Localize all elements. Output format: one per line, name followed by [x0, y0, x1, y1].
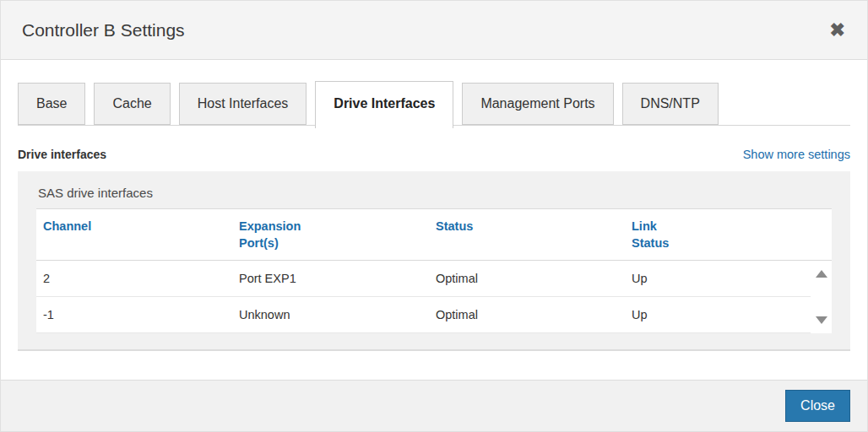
- scroll-down-icon[interactable]: [816, 316, 827, 324]
- cell-expansion-ports: Unknown: [232, 297, 429, 332]
- table-body: 2 Port EXP1 Optimal Up -1 Unknown Optima…: [36, 261, 832, 333]
- table-scrollbar[interactable]: [811, 262, 832, 333]
- close-icon[interactable]: ✖: [830, 21, 845, 40]
- tab-base[interactable]: Base: [18, 83, 85, 125]
- drive-interfaces-table: Channel Expansion Port(s) Status Link St…: [36, 209, 832, 333]
- cell-status: Optimal: [429, 261, 625, 296]
- column-header-status[interactable]: Status: [429, 209, 625, 260]
- panel-title: SAS drive interfaces: [36, 186, 832, 209]
- cell-link-status: Up: [625, 297, 811, 332]
- dialog-title: Controller B Settings: [22, 20, 185, 40]
- column-header-link-status[interactable]: Link Status: [625, 209, 811, 260]
- section-heading: Drive interfaces: [18, 148, 106, 161]
- column-header-expansion-ports[interactable]: Expansion Port(s): [232, 209, 429, 260]
- cell-status: Optimal: [429, 297, 625, 332]
- column-header-channel[interactable]: Channel: [36, 209, 232, 260]
- cell-link-status: Up: [625, 261, 811, 296]
- table-header-row: Channel Expansion Port(s) Status Link St…: [36, 209, 832, 261]
- tab-dns-ntp[interactable]: DNS/NTP: [622, 83, 719, 125]
- cell-channel: 2: [36, 261, 232, 296]
- cell-expansion-ports: Port EXP1: [232, 261, 429, 296]
- tab-drive-interfaces[interactable]: Drive Interfaces: [315, 81, 453, 128]
- table-row: 2 Port EXP1 Optimal Up: [36, 261, 832, 297]
- controller-settings-dialog: Controller B Settings ✖ Base Cache Host …: [0, 0, 868, 432]
- tab-management-ports[interactable]: Management Ports: [462, 83, 613, 125]
- close-button[interactable]: Close: [785, 390, 850, 422]
- scroll-up-icon[interactable]: [816, 270, 827, 278]
- dialog-header: Controller B Settings ✖: [1, 1, 867, 60]
- section-header-row: Drive interfaces Show more settings: [18, 148, 850, 161]
- show-more-settings-link[interactable]: Show more settings: [743, 148, 850, 161]
- dialog-body: Base Cache Host Interfaces Drive Interfa…: [1, 60, 867, 380]
- header-spacer: [811, 209, 832, 260]
- cell-channel: -1: [36, 297, 232, 332]
- tab-bar: Base Cache Host Interfaces Drive Interfa…: [18, 81, 850, 126]
- tab-cache[interactable]: Cache: [94, 83, 170, 125]
- sas-drive-interfaces-panel: SAS drive interfaces Channel Expansion P…: [18, 171, 850, 351]
- dialog-footer: Close: [1, 380, 867, 431]
- table-row: -1 Unknown Optimal Up: [36, 297, 832, 333]
- tab-host-interfaces[interactable]: Host Interfaces: [179, 83, 307, 125]
